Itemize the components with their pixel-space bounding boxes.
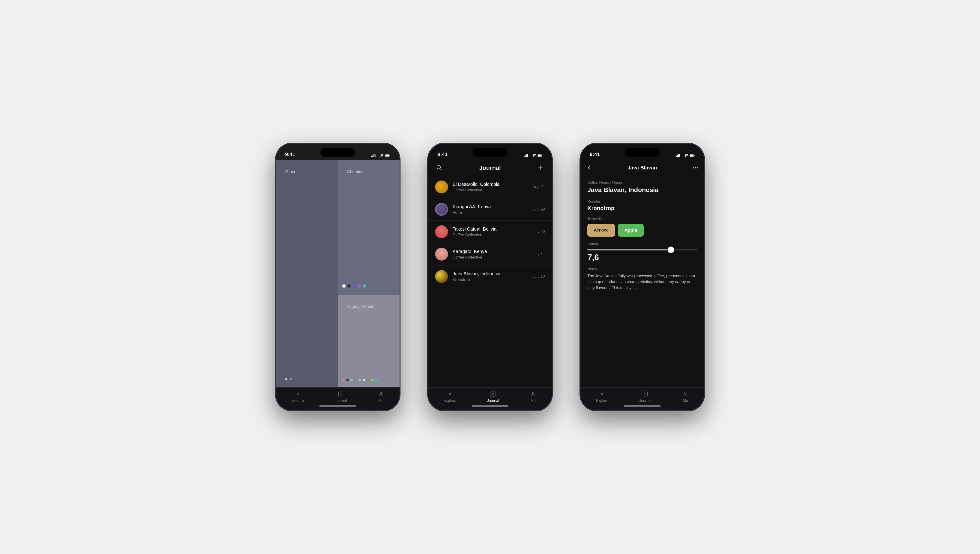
back-button[interactable]	[585, 164, 593, 172]
dot-blue	[353, 284, 356, 287]
more-icon	[692, 164, 699, 171]
coffee-icon-2	[435, 225, 448, 238]
svg-rect-25	[542, 155, 542, 156]
tastes-section: Tastes like Almond Apple	[587, 217, 697, 236]
home-indicator-2	[471, 406, 509, 407]
flavor-grid: Other Chemical	[276, 160, 399, 387]
coffee-icon-3	[435, 248, 448, 260]
tab-me-label-1: Me	[379, 399, 383, 403]
svg-rect-42	[678, 155, 679, 157]
journal-name-4: Java Blavan, Indonesia	[453, 271, 528, 276]
journal-info-1: Kiangoi AA, Kenya Petra	[453, 204, 528, 215]
journal-item-3[interactable]: Karagato, Kenya Coffee Collective July 1…	[428, 243, 552, 265]
journal-list: El Desarollo, Colombia Coffee Collective…	[428, 176, 552, 387]
tab-journal-3[interactable]: Journal	[639, 391, 651, 403]
papery-label: Papery / Musty	[342, 299, 395, 309]
journal-info-2: Takesi Catuai, Bolivia Coffee Collective	[453, 227, 528, 237]
tab-explore-1[interactable]: Explore	[291, 391, 304, 403]
journal-item-1[interactable]: Kiangoi AA, Kenya Petra July 29	[428, 198, 552, 221]
svg-point-34	[449, 393, 451, 395]
add-button[interactable]	[536, 164, 545, 172]
tastes-pills: Almond Apple	[587, 224, 697, 236]
svg-point-49	[695, 168, 696, 169]
search-icon	[436, 164, 443, 171]
tab-journal-1[interactable]: Journal	[335, 391, 347, 403]
svg-rect-47	[694, 155, 695, 156]
plus-icon	[537, 164, 544, 171]
svg-rect-46	[690, 155, 694, 156]
svg-point-60	[685, 392, 686, 394]
rating-section: Rating 7,6	[587, 242, 697, 262]
papery-dots	[342, 378, 395, 383]
dot-active-1	[285, 378, 288, 380]
more-button[interactable]	[691, 164, 700, 172]
tab-me-3[interactable]: Me	[682, 391, 689, 403]
phone-2: 9:41 Journal El Desarollo, Colomb	[428, 143, 552, 411]
pd1	[342, 378, 345, 382]
journal-info-0: El Desarollo, Colombia Coffee Collective	[453, 182, 528, 193]
pd6	[363, 378, 366, 382]
explore-icon-1	[294, 391, 301, 397]
svg-rect-0	[371, 156, 372, 157]
journal-roaster-1: Petra	[453, 210, 528, 215]
tastes-label: Tastes like	[587, 217, 697, 221]
explore-icon-2	[447, 391, 453, 397]
tab-journal-label-1: Journal	[335, 399, 347, 403]
journal-header: Journal	[428, 160, 552, 176]
dynamic-island-3	[625, 148, 660, 157]
svg-line-27	[440, 169, 442, 170]
svg-point-22	[533, 156, 534, 157]
tab-me-1[interactable]: Me	[378, 391, 384, 403]
svg-rect-2	[374, 155, 374, 157]
page-dots-left	[280, 376, 333, 383]
journal-name-1: Kiangoi AA, Kenya	[453, 204, 528, 209]
svg-point-48	[693, 168, 694, 169]
svg-point-44	[685, 156, 686, 157]
svg-point-50	[697, 168, 698, 169]
time-3: 9:41	[590, 152, 600, 157]
signal-icon-1	[371, 154, 377, 157]
pd4	[354, 378, 357, 382]
coffee-icon-4	[435, 270, 448, 283]
svg-rect-18	[524, 156, 525, 157]
phone1-screen: 9:41 Other	[276, 144, 399, 410]
journal-item-4[interactable]: Java Blavan, Indonesia Kronotrop July 10	[428, 265, 552, 288]
journal-roaster-3: Coffee Collective	[453, 255, 528, 260]
journal-item-0[interactable]: El Desarollo, Colombia Coffee Collective…	[428, 176, 552, 198]
tab-journal-2[interactable]: Journal	[487, 391, 499, 403]
time-1: 9:41	[285, 152, 295, 157]
svg-point-12	[297, 393, 299, 395]
tab-explore-label-3: Explore	[596, 399, 608, 403]
journal-icon-1	[337, 391, 344, 397]
tab-me-label-3: Me	[683, 399, 688, 403]
chemical-label: Chemical	[342, 164, 395, 174]
dot-dark	[347, 284, 351, 287]
dynamic-island-1	[320, 148, 355, 157]
svg-rect-21	[527, 154, 528, 157]
explore-icon-3	[599, 391, 605, 397]
search-button[interactable]	[435, 164, 444, 172]
tab-me-2[interactable]: Me	[530, 391, 536, 403]
journal-roaster-4: Kronotrop	[453, 278, 528, 282]
pd8	[371, 378, 374, 382]
rating-slider[interactable]	[587, 249, 697, 251]
journal-date-3: July 11	[533, 252, 545, 257]
tab-explore-3[interactable]: Explore	[596, 391, 608, 403]
me-icon-3	[682, 391, 689, 397]
phone-1: 9:41 Other	[275, 143, 400, 411]
pd9	[375, 378, 378, 382]
journal-roaster-2: Coffee Collective	[453, 233, 528, 237]
status-icons-2	[524, 154, 542, 157]
dot-2	[290, 378, 292, 380]
tab-explore-label-2: Explore	[444, 399, 456, 403]
tab-journal-label-3: Journal	[639, 399, 651, 403]
journal-name-2: Takesi Catuai, Bolivia	[453, 227, 528, 232]
status-icons-1	[371, 154, 390, 157]
coffee-name-label: Coffee Name / Origin	[587, 180, 697, 185]
pd3	[350, 378, 353, 382]
other-label: Other	[280, 164, 333, 174]
journal-item-2[interactable]: Takesi Catuai, Bolivia Coffee Collective…	[428, 221, 552, 243]
svg-rect-6	[385, 155, 389, 156]
tab-explore-2[interactable]: Explore	[444, 391, 456, 403]
svg-rect-3	[375, 154, 375, 157]
